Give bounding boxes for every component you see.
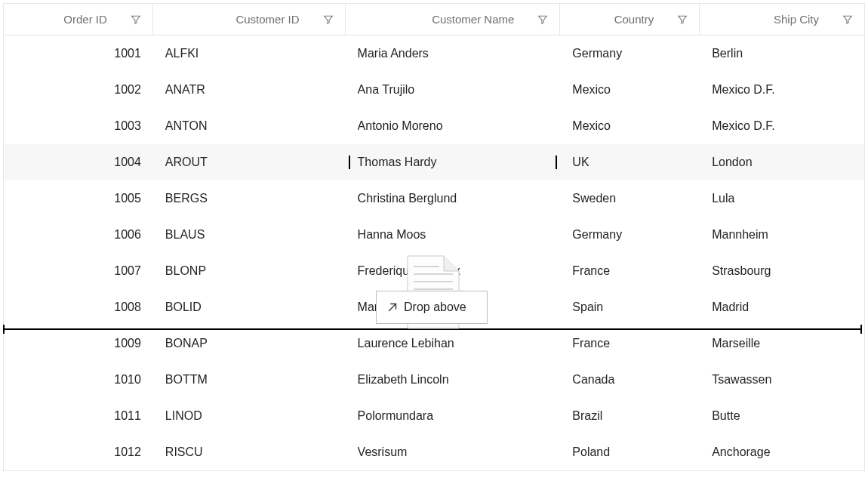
cell-custid[interactable]: BLONP — [153, 264, 346, 278]
cell-shipcity[interactable]: Mexico D.F. — [700, 83, 864, 97]
cell-custname[interactable]: Maria Anders — [346, 47, 561, 60]
cell-custname[interactable]: Hanna Moos — [346, 228, 561, 242]
col-header-label: Order ID — [63, 13, 107, 26]
cell-value: Tsawassen — [712, 373, 852, 387]
cell-custid[interactable]: AROUT — [153, 156, 346, 169]
cell-custname[interactable]: Polormundara — [346, 409, 561, 423]
cell-orderid[interactable]: 1010 — [4, 373, 153, 387]
cell-value: Vesrisum — [358, 445, 549, 459]
cell-shipcity[interactable]: Mexico D.F. — [700, 119, 864, 133]
cell-country[interactable]: Brazil — [560, 409, 700, 423]
cell-value: UK — [572, 156, 688, 169]
cell-custid[interactable]: BERGS — [153, 192, 346, 205]
cell-shipcity[interactable]: Strasbourg — [700, 264, 864, 278]
cell-orderid[interactable]: 1009 — [4, 337, 153, 350]
cell-custid[interactable]: BONAP — [153, 337, 346, 350]
cell-custid[interactable]: RISCU — [153, 445, 346, 459]
table-row[interactable]: 1001ALFKIMaria AndersGermanyBerlin — [4, 35, 864, 72]
cell-country[interactable]: UK — [560, 156, 700, 169]
cell-shipcity[interactable]: Anchorage — [700, 445, 864, 459]
col-header-country[interactable]: Country — [560, 4, 700, 35]
cell-custname[interactable]: Laurence Lebihan — [346, 337, 561, 350]
cell-value: Mexico — [572, 83, 688, 97]
cell-value: Butte — [712, 409, 852, 423]
cell-orderid[interactable]: 1003 — [4, 119, 153, 133]
cell-shipcity[interactable]: Mannheim — [700, 228, 864, 242]
cell-orderid[interactable]: 1011 — [4, 409, 153, 423]
col-header-customer-name[interactable]: Customer Name — [346, 4, 561, 35]
cell-country[interactable]: France — [560, 264, 700, 278]
cell-custname[interactable]: Vesrisum — [346, 445, 561, 459]
cell-custid[interactable]: BOLID — [153, 300, 346, 314]
filter-icon[interactable] — [130, 14, 142, 26]
cell-country[interactable]: Germany — [560, 228, 700, 242]
table-row[interactable]: 1006BLAUSHanna MoosGermanyMannheim — [4, 217, 864, 253]
cell-custname[interactable]: Ana Trujilo — [346, 83, 561, 97]
cell-shipcity[interactable]: Lula — [700, 192, 864, 205]
cell-country[interactable]: Sweden — [560, 192, 700, 205]
cell-shipcity[interactable]: London — [700, 156, 864, 169]
cell-value: Ana Trujilo — [358, 83, 549, 97]
cell-orderid[interactable]: 1004 — [4, 156, 153, 169]
filter-icon[interactable] — [322, 14, 334, 26]
cell-value: Lula — [712, 192, 852, 205]
cell-country[interactable]: Spain — [560, 300, 700, 314]
cell-country[interactable]: Mexico — [560, 83, 700, 97]
table-row[interactable]: 1005BERGSChristina BerglundSwedenLula — [4, 180, 864, 217]
cell-value: 1001 — [16, 47, 141, 60]
data-grid[interactable]: Order ID Customer ID Customer Name Count… — [3, 3, 865, 471]
cell-shipcity[interactable]: Berlin — [700, 47, 864, 60]
cell-country[interactable]: France — [560, 337, 700, 350]
col-header-label: Customer ID — [235, 13, 299, 26]
cell-country[interactable]: Germany — [560, 47, 700, 60]
cell-custname[interactable]: Elizabeth Lincoln — [346, 373, 561, 387]
cell-value: 1011 — [16, 409, 141, 423]
cell-value: Christina Berglund — [358, 192, 549, 205]
cell-orderid[interactable]: 1012 — [4, 445, 153, 459]
cell-shipcity[interactable]: Madrid — [700, 300, 864, 314]
filter-icon[interactable] — [676, 14, 688, 26]
cell-orderid[interactable]: 1007 — [4, 264, 153, 278]
cell-shipcity[interactable]: Butte — [700, 409, 864, 423]
cell-orderid[interactable]: 1006 — [4, 228, 153, 242]
cell-custname[interactable]: Antonio Moreno — [346, 119, 561, 133]
cell-country[interactable]: Mexico — [560, 119, 700, 133]
table-row[interactable]: 1010BOTTMElizabeth LincolnCanadaTsawasse… — [4, 362, 864, 398]
cell-custid[interactable]: ANATR — [153, 83, 346, 97]
cell-shipcity[interactable]: Marseille — [700, 337, 864, 350]
cell-orderid[interactable]: 1001 — [4, 47, 153, 60]
table-row[interactable]: 1004AROUTThomas HardyUKLondon — [4, 144, 864, 180]
cell-custname[interactable]: Christina Berglund — [346, 192, 561, 205]
table-row[interactable]: 1002ANATRAna TrujiloMexicoMexico D.F. — [4, 72, 864, 108]
cell-value: 1002 — [16, 83, 141, 97]
cell-custid[interactable]: BLAUS — [153, 228, 346, 242]
cell-custid[interactable]: LINOD — [153, 409, 346, 423]
cell-value: AROUT — [165, 156, 334, 169]
cell-orderid[interactable]: 1005 — [4, 192, 153, 205]
cell-custname[interactable]: Thomas Hardy — [346, 156, 561, 169]
cell-orderid[interactable]: 1002 — [4, 83, 153, 97]
cell-shipcity[interactable]: Tsawassen — [700, 373, 864, 387]
table-row[interactable]: 1003ANTONAntonio MorenoMexicoMexico D.F. — [4, 108, 864, 144]
filter-icon[interactable] — [537, 14, 549, 26]
cell-value: ANTON — [165, 119, 334, 133]
cell-orderid[interactable]: 1008 — [4, 300, 153, 314]
cell-value: LINOD — [165, 409, 334, 423]
table-row[interactable]: 1011LINODPolormundaraBrazilButte — [4, 398, 864, 434]
filter-icon[interactable] — [842, 14, 854, 26]
cell-custid[interactable]: ANTON — [153, 119, 346, 133]
cell-value: Polormundara — [358, 409, 549, 423]
cell-value: Mannheim — [712, 228, 852, 242]
col-header-ship-city[interactable]: Ship City — [700, 4, 864, 35]
table-row[interactable]: 1012RISCUVesrisumPolandAnchorage — [4, 434, 864, 470]
cell-value: Elizabeth Lincoln — [358, 373, 549, 387]
cell-value: 1004 — [16, 156, 141, 169]
cell-custid[interactable]: ALFKI — [153, 47, 346, 60]
cell-value: Brazil — [572, 409, 688, 423]
col-header-order-id[interactable]: Order ID — [4, 4, 153, 35]
cell-custid[interactable]: BOTTM — [153, 373, 346, 387]
col-header-customer-id[interactable]: Customer ID — [153, 4, 346, 35]
cell-value: Canada — [572, 373, 688, 387]
cell-country[interactable]: Canada — [560, 373, 700, 387]
cell-country[interactable]: Poland — [560, 445, 700, 459]
